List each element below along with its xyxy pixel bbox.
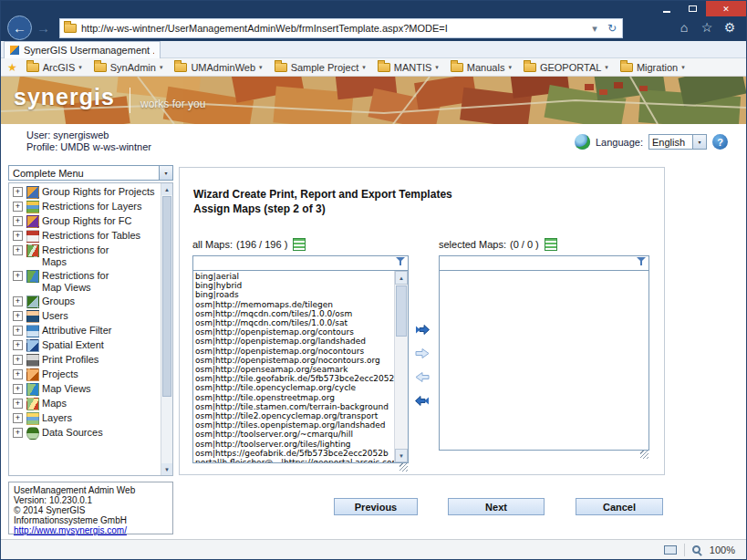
zoom-level[interactable]: 100% xyxy=(710,544,735,555)
map-list-item[interactable]: osm|http://tile.opencyclemap.org/cycle xyxy=(195,383,394,392)
favorites-item[interactable]: Manuals ▾ xyxy=(451,62,512,73)
menu-dropdown-icon[interactable]: ▾ xyxy=(159,166,172,180)
map-list-item[interactable]: osm|http://toolserver.org/~cmarqu/hill xyxy=(195,430,394,439)
expand-plus-icon[interactable]: + xyxy=(13,384,23,394)
expand-plus-icon[interactable]: + xyxy=(13,216,23,226)
tree-item[interactable]: + Restrictions for Map Views xyxy=(9,269,161,295)
language-select[interactable]: English ▾ xyxy=(648,134,707,150)
all-maps-grid-icon[interactable] xyxy=(293,238,306,251)
tree-item[interactable]: + Layers xyxy=(9,411,161,426)
tree-item[interactable]: + Restrictions for Maps xyxy=(9,244,161,269)
expand-plus-icon[interactable]: + xyxy=(13,202,23,212)
address-bar[interactable]: http://w-ws-wintner/UserManagementAdminW… xyxy=(59,18,623,38)
add-all-button[interactable] xyxy=(414,321,431,337)
tree-item[interactable]: + Map Views xyxy=(9,382,161,397)
cancel-button[interactable]: Cancel xyxy=(576,498,663,515)
scrollbar-thumb[interactable] xyxy=(396,285,407,337)
remove-all-button[interactable] xyxy=(414,392,431,409)
favorites-item[interactable]: Migration ▾ xyxy=(620,62,685,73)
map-list-item[interactable]: portal|h.fleischer@...|https://geoportal… xyxy=(195,458,394,462)
map-list-item[interactable]: osm|http://openpistemap.org/landshaded xyxy=(195,337,394,346)
scrollbar-down-icon[interactable]: ▼ xyxy=(161,463,172,475)
map-list-item[interactable]: osm|http://tile.openstreetmap.org xyxy=(195,393,394,402)
selected-maps-filter-input[interactable] xyxy=(439,255,649,271)
selected-maps-listbox[interactable] xyxy=(439,270,649,451)
favorites-item[interactable]: ArcGIS ▾ xyxy=(26,62,82,73)
language-dropdown-icon[interactable]: ▾ xyxy=(692,135,706,149)
map-list-item[interactable]: osm|http://tile2.opencyclemap.org/transp… xyxy=(195,411,394,420)
scrollbar-down-icon[interactable]: ▼ xyxy=(395,449,408,462)
favorites-item[interactable]: GEOPORTAL ▾ xyxy=(524,62,608,73)
expand-plus-icon[interactable]: + xyxy=(13,271,23,281)
all-maps-listbox[interactable]: bing|aerialbing|hybridbing|roadsosm|http… xyxy=(192,270,409,463)
tree-item[interactable]: + Users xyxy=(9,309,161,324)
previous-button[interactable]: Previous xyxy=(334,498,418,515)
expand-plus-icon[interactable]: + xyxy=(13,311,23,321)
expand-plus-icon[interactable]: + xyxy=(13,413,23,423)
tree-item[interactable]: + Projects xyxy=(9,368,161,382)
remove-button[interactable] xyxy=(414,368,431,385)
favorites-item[interactable]: MANTIS ▾ xyxy=(378,62,439,73)
resize-grip[interactable] xyxy=(399,463,408,472)
favorites-item[interactable]: UMAdminWeb ▾ xyxy=(174,62,262,73)
back-button[interactable]: ← xyxy=(7,16,32,40)
tree-item[interactable]: + Group Rights for FC xyxy=(9,214,161,229)
expand-plus-icon[interactable]: + xyxy=(13,355,23,365)
expand-plus-icon[interactable]: + xyxy=(13,428,23,438)
favorites-item[interactable]: Sample Project ▾ xyxy=(275,62,366,73)
tree-item[interactable]: + Data Sources xyxy=(9,426,161,441)
map-list-item[interactable]: bing|roads xyxy=(195,290,394,299)
map-list-item[interactable]: bing|hybrid xyxy=(195,281,394,290)
map-list-item[interactable]: osm|http://tile.stamen.com/terrain-backg… xyxy=(195,402,394,411)
tree-item[interactable]: + Restrictions for Layers xyxy=(9,200,161,214)
tree-item[interactable]: + Restrictions for Tables xyxy=(9,229,161,244)
url-text[interactable]: http://w-ws-wintner/UserManagementAdminW… xyxy=(81,23,584,34)
resize-grip[interactable] xyxy=(640,451,648,459)
map-list-item[interactable]: osm|http://mqcdn.com/tiles/1.0.0/osm xyxy=(195,309,394,318)
synergis-link[interactable]: http://www.mysynergis.com/ xyxy=(14,525,168,535)
settings-gear-icon[interactable]: ⚙ xyxy=(722,20,737,35)
map-list-item[interactable]: osm|http://mqcdn.com/tiles/1.0.0/sat xyxy=(195,318,394,327)
selected-maps-grid-icon[interactable] xyxy=(545,238,557,251)
expand-plus-icon[interactable]: + xyxy=(13,245,23,255)
expand-plus-icon[interactable]: + xyxy=(13,296,23,306)
menu-select[interactable]: Complete Menu ▾ xyxy=(8,165,173,181)
favorites-icon[interactable]: ☆ xyxy=(700,20,714,35)
map-list-item[interactable]: osm|http://openseamap.org/seamark xyxy=(195,365,394,374)
scrollbar-up-icon[interactable]: ▲ xyxy=(395,271,408,285)
favorites-item[interactable]: SynAdmin ▾ xyxy=(94,62,163,73)
tree-item[interactable]: + Print Profiles xyxy=(9,353,161,368)
add-button[interactable] xyxy=(414,345,431,361)
map-list-item[interactable]: osm|http://openpistemap.org/contours xyxy=(195,327,394,337)
address-dropdown-icon[interactable]: ▾ xyxy=(588,23,601,35)
tree-item[interactable]: + Attributive Filter xyxy=(9,324,161,338)
map-list-item[interactable]: osm|http://toolserver.org/tiles/lighting xyxy=(195,440,394,449)
maximize-button[interactable] xyxy=(680,1,706,16)
expand-plus-icon[interactable]: + xyxy=(13,231,23,241)
tree-item[interactable]: + Maps xyxy=(9,397,161,411)
expand-plus-icon[interactable]: + xyxy=(13,326,23,336)
map-list-item[interactable]: osm|http://tiles.openpistemap.org/landsh… xyxy=(195,420,394,430)
tree-item[interactable]: + Groups xyxy=(9,295,161,309)
home-icon[interactable]: ⌂ xyxy=(677,20,691,35)
list-scrollbar[interactable]: ▲ ▼ xyxy=(394,271,408,462)
close-button[interactable]: ✕ xyxy=(706,1,746,16)
minimize-button[interactable] xyxy=(653,1,680,16)
filter-funnel-icon[interactable] xyxy=(395,256,406,266)
map-list-item[interactable]: osm|http://openpistemap.org/nocontours.o… xyxy=(195,356,394,365)
expand-plus-icon[interactable]: + xyxy=(13,369,23,379)
expand-plus-icon[interactable]: + xyxy=(13,399,23,409)
map-list-item[interactable]: osm|http://memomaps.de/tilegen xyxy=(195,300,394,309)
scrollbar-up-icon[interactable]: ▲ xyxy=(161,183,172,195)
expand-plus-icon[interactable]: + xyxy=(13,187,23,197)
map-list-item[interactable]: osm|http://tile.geofabrik.de/5fb573bce2e… xyxy=(195,374,394,383)
tab-synergis-usermanagement[interactable]: SynerGIS Usermanagement ... xyxy=(4,41,161,58)
help-button[interactable]: ? xyxy=(712,134,728,150)
all-maps-filter-input[interactable] xyxy=(192,255,409,271)
refresh-icon[interactable]: ↻ xyxy=(606,22,618,35)
expand-plus-icon[interactable]: + xyxy=(13,340,23,350)
forward-button[interactable]: → xyxy=(36,20,50,36)
map-list-item[interactable]: bing|aerial xyxy=(195,272,394,281)
tree-item[interactable]: + Group Rights for Projects xyxy=(9,185,161,200)
scrollbar-thumb[interactable] xyxy=(162,196,171,397)
